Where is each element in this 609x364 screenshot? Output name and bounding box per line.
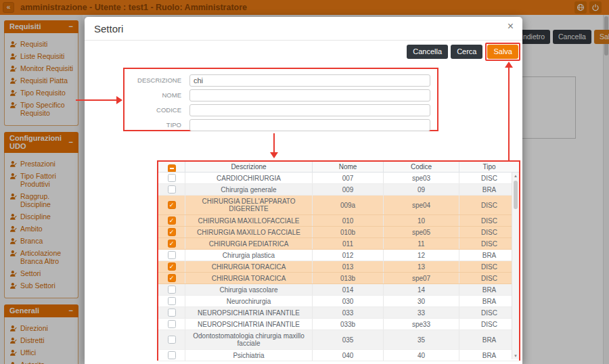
column-header-codice[interactable]: Codice (384, 162, 459, 172)
cell-nome: 040 (313, 350, 384, 361)
table-scrollbar[interactable]: ▲ ▼ (512, 173, 519, 359)
table-row[interactable]: Chirurgia vascolare 014 14 BRA (158, 284, 519, 296)
row-checkbox-cell (158, 250, 185, 260)
select-all-cell (158, 162, 185, 172)
scroll-down-icon[interactable]: ▼ (512, 354, 519, 358)
form-field-label: CODICE (131, 106, 189, 114)
form-field-label: TIPO (131, 121, 189, 129)
row-checkbox[interactable] (168, 217, 176, 225)
column-header-descrizione[interactable]: Descrizione (185, 162, 313, 172)
row-checkbox[interactable] (168, 263, 176, 271)
tipo-input[interactable] (189, 119, 430, 131)
row-checkbox-cell (158, 215, 185, 226)
row-checkbox[interactable] (168, 240, 176, 248)
cell-nome: 013b (313, 273, 384, 283)
table-row[interactable]: Chirurgia generale 009 09 BRA (158, 184, 519, 196)
row-checkbox[interactable] (168, 336, 176, 344)
table-body: CARDIOCHIRURGIA 007 spe03 DISC Chirurgia… (158, 173, 519, 361)
table-row[interactable]: Odontostomatologia chirurgia maxillo fac… (158, 330, 519, 350)
cell-descrizione: Neurochirurgia (185, 296, 313, 306)
row-checkbox[interactable] (168, 274, 176, 282)
select-all-checkbox[interactable] (168, 164, 176, 172)
row-checkbox-cell (158, 319, 185, 329)
row-checkbox-cell (158, 227, 185, 237)
scroll-up-icon[interactable]: ▲ (512, 174, 519, 178)
row-checkbox[interactable] (168, 201, 176, 209)
cell-descrizione: NEUROPSICHIATRIA INFANTILE (185, 319, 313, 329)
close-icon[interactable]: × (508, 20, 514, 32)
table-row[interactable]: CHIRURGIA MAXILLO FACCIALE 010b spe05 DI… (158, 227, 519, 238)
table-row[interactable]: CARDIOCHIRURGIA 007 spe03 DISC (158, 173, 519, 184)
cell-nome: 010b (313, 227, 384, 237)
cell-tipo: BRA (459, 296, 519, 306)
table-row[interactable]: Chirurgia plastica 012 12 BRA (158, 250, 519, 261)
table-scrollbar-thumb[interactable] (514, 181, 518, 209)
form-field-row: CODICE (131, 104, 430, 116)
table-row[interactable]: CHIRURGIA MAXILLOFACCIALE 010 10 DISC (158, 215, 519, 227)
row-checkbox[interactable] (168, 174, 176, 182)
row-checkbox[interactable] (168, 309, 176, 317)
cell-descrizione: CHIRURGIA TORACICA (185, 273, 313, 283)
settori-modal: Settori × Cancella Cerca Salva DESCRIZIO… (85, 17, 522, 364)
table-row[interactable]: CHIRURGIA DELL'APPARATO DIGERENTE 009a s… (158, 196, 519, 215)
table-row[interactable]: NEUROPSICHIATRIA INFANTILE 033 33 DISC (158, 307, 519, 319)
row-checkbox[interactable] (168, 351, 176, 359)
cell-codice: spe33 (384, 319, 459, 329)
descrizione-input[interactable] (189, 74, 430, 87)
table-row[interactable]: CHIRURGIA TORACICA 013 13 DISC (158, 261, 519, 273)
cell-descrizione: CHIRURGIA MAXILLO FACCIALE (185, 227, 313, 237)
table-row[interactable]: CHIRURGIA TORACICA 013b spe07 DISC (158, 273, 519, 284)
row-checkbox-cell (158, 296, 185, 306)
nome-input[interactable] (189, 89, 430, 101)
column-header-nome[interactable]: Nome (313, 162, 384, 172)
cell-codice: 40 (384, 350, 459, 361)
cell-tipo: DISC (459, 319, 519, 329)
cell-descrizione: CHIRURGIA TORACICA (185, 261, 313, 272)
table-row[interactable]: CHIRURGIA PEDIATRICA 011 11 DISC (158, 238, 519, 250)
table-header: Descrizione Nome Codice Tipo (158, 162, 519, 173)
cell-nome: 033 (313, 307, 384, 318)
row-checkbox[interactable] (168, 185, 176, 194)
row-checkbox-cell (158, 261, 185, 272)
cell-codice: 35 (384, 330, 459, 349)
cell-nome: 030 (313, 296, 384, 306)
form-field-row: TIPO (131, 118, 430, 131)
row-checkbox[interactable] (168, 320, 176, 328)
cell-tipo: DISC (459, 173, 519, 183)
modal-divider (85, 40, 522, 41)
cell-tipo: DISC (459, 261, 519, 272)
cell-nome: 009a (313, 196, 384, 214)
table-row[interactable]: Neurochirurgia 030 30 BRA (158, 296, 519, 307)
cell-tipo: BRA (459, 284, 519, 295)
cell-nome: 010 (313, 215, 384, 226)
cell-tipo: DISC (459, 196, 519, 214)
salva-annotation-box: Salva (485, 43, 520, 61)
search-form: DESCRIZIONE NOME CODICE TIPO (125, 69, 437, 131)
row-checkbox-cell (158, 184, 185, 195)
cell-nome: 013 (313, 261, 384, 272)
cancella-button[interactable]: Cancella (407, 45, 448, 59)
cell-descrizione: Psichiatria (185, 350, 313, 361)
column-header-tipo[interactable]: Tipo (459, 162, 519, 172)
row-checkbox-cell (158, 196, 185, 214)
cell-codice: 13 (384, 261, 459, 272)
cell-nome: 009 (313, 184, 384, 195)
cerca-button[interactable]: Cerca (451, 45, 482, 59)
cell-tipo: BRA (459, 350, 519, 361)
salva-button[interactable]: Salva (487, 45, 518, 59)
codice-input[interactable] (189, 104, 430, 116)
cell-codice: 33 (384, 307, 459, 318)
row-checkbox-cell (158, 273, 185, 283)
row-checkbox[interactable] (168, 251, 176, 259)
row-checkbox[interactable] (168, 297, 176, 305)
table-row[interactable]: Psichiatria 040 40 BRA (158, 350, 519, 361)
row-checkbox[interactable] (168, 228, 176, 236)
cell-tipo: DISC (459, 238, 519, 249)
cell-nome: 012 (313, 250, 384, 260)
cell-tipo: DISC (459, 307, 519, 318)
row-checkbox[interactable] (168, 286, 176, 294)
form-field-label: DESCRIZIONE (131, 76, 189, 84)
cell-nome: 014 (313, 284, 384, 295)
cell-codice: 12 (384, 250, 459, 260)
table-row[interactable]: NEUROPSICHIATRIA INFANTILE 033b spe33 DI… (158, 319, 519, 330)
